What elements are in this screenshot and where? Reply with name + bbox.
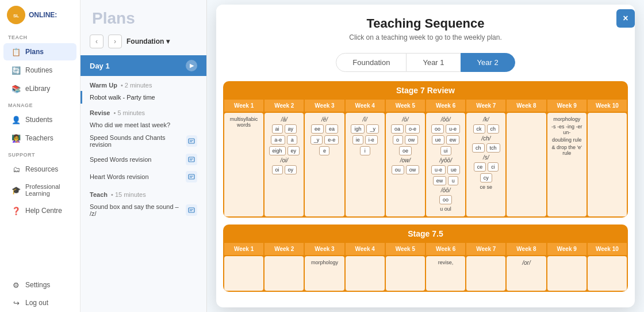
plan-item-heart-words[interactable]: Heart Words revision	[80, 168, 206, 185]
sound-ea: ea	[325, 124, 338, 134]
plans-title: Plans	[80, 0, 206, 35]
sidebar-item-help-centre[interactable]: ❓ Help Centre	[3, 202, 76, 219]
s75-week-4-header[interactable]: Week 4	[346, 243, 385, 255]
week-3-header[interactable]: Week 3	[305, 100, 344, 112]
sound-oi: oi	[272, 165, 283, 174]
phoneme-k: /k/	[483, 116, 489, 123]
tab-year2[interactable]: Year 2	[461, 53, 515, 72]
sound-ue2: ue	[447, 165, 460, 174]
play-button[interactable]: ▶	[186, 60, 197, 71]
s75-week8[interactable]: /or/	[507, 256, 546, 291]
speed-sounds-badge	[186, 135, 197, 147]
plan-item-sound-box[interactable]: Sound box and say the sound – /z/	[80, 200, 206, 220]
s75-week-6-header[interactable]: Week 6	[426, 243, 465, 255]
grade-dropdown[interactable]: Foundation ▾	[126, 37, 170, 45]
sound-row-oo-ue: oo u-e ue ew	[428, 124, 463, 144]
s75-week1[interactable]	[224, 256, 263, 291]
stage7-week7-cell[interactable]: /k/ ck ch /ch/ ch tch /s/ ce	[466, 113, 505, 216]
s75-week3[interactable]: morphology	[305, 256, 344, 291]
stage7-week8-cell[interactable]	[507, 113, 546, 216]
sound-row-o-ow: o ow	[393, 135, 419, 144]
week-7-header[interactable]: Week 7	[466, 100, 505, 112]
s75-week-8-header[interactable]: Week 8	[507, 243, 546, 255]
s75-week10[interactable]	[588, 256, 627, 291]
teachers-icon: 👩‍🏫	[12, 134, 21, 143]
s75-week-9-header[interactable]: Week 9	[547, 243, 586, 255]
close-button[interactable]: ×	[616, 9, 635, 28]
logout-icon: ↪	[12, 298, 21, 307]
sidebar-item-students[interactable]: 👤 Students	[3, 111, 76, 128]
stage-75-header: Stage 7.5	[223, 225, 628, 243]
sidebar-item-resources-label: Resources	[25, 165, 58, 173]
s75-week-3-header[interactable]: Week 3	[305, 243, 344, 255]
week-2-header[interactable]: Week 2	[264, 100, 304, 112]
week-6-header[interactable]: Week 6	[426, 100, 465, 112]
stage7-week4-cell[interactable]: /ī/ igh _y ie i-e i	[346, 113, 385, 216]
stage7-week3-cell[interactable]: /ē/ ee ea _y e-e e	[305, 113, 344, 216]
plan-item-speed-words[interactable]: Speed Words revision	[80, 151, 206, 168]
sidebar-item-professional-learning[interactable]: 🎓 Professional Learning	[3, 179, 76, 201]
stage7-week9-cell[interactable]: morphology -s -es -ing -er un- doubling …	[547, 113, 586, 216]
week-4-header[interactable]: Week 4	[346, 100, 385, 112]
week-8-header[interactable]: Week 8	[507, 100, 546, 112]
s75-week-2-header[interactable]: Week 2	[264, 243, 304, 255]
plan-item-who-did-we-meet[interactable]: Who did we meet last week?	[80, 119, 206, 131]
heart-words-badge	[186, 171, 197, 182]
stage7-week5-cell[interactable]: /ō/ oa o-e o ow oe /ow/ ou	[386, 113, 425, 216]
next-arrow[interactable]: ›	[108, 35, 122, 48]
s75-week9[interactable]	[547, 256, 586, 291]
revise-section: Revise • 5 minutes	[80, 104, 206, 119]
sidebar-item-teachers[interactable]: 👩‍🏫 Teachers	[3, 130, 76, 147]
s75-week-5-header[interactable]: Week 5	[386, 243, 425, 255]
s75-week5[interactable]	[386, 256, 425, 291]
stage7-week6-cell[interactable]: /ōō/ oo u-e ue ew ui /yōō/ u-e ue ew	[426, 113, 465, 216]
modal-overlay: Teaching Sequence Click on a teaching we…	[207, 0, 644, 312]
s75-week7[interactable]	[466, 256, 505, 291]
sound-a: a	[287, 135, 297, 144]
sidebar-item-settings[interactable]: ⚙ Settings	[3, 276, 76, 294]
s75-week2[interactable]	[264, 256, 304, 291]
speed-words-badge	[186, 154, 197, 165]
sidebar-item-plans[interactable]: 📋 Plans	[3, 43, 76, 60]
professional-learning-icon: 🎓	[12, 185, 21, 195]
s75-week-7-header[interactable]: Week 7	[466, 243, 505, 255]
tab-foundation[interactable]: Foundation	[336, 53, 407, 72]
sidebar: SL ONLINE: TEACH 📋 Plans 🔄 Routines 📚 eL…	[0, 0, 80, 312]
s75-week4[interactable]	[346, 256, 385, 291]
sidebar-item-elibrary[interactable]: 📚 eLibrary	[3, 80, 76, 97]
phoneme-yoo: /yōō/	[439, 157, 452, 163]
sound-y2: _y	[366, 124, 379, 134]
plan-item-robot-walk[interactable]: Robot walk - Party time	[80, 91, 206, 104]
warmup-section: Warm Up • 2 minutes	[80, 76, 206, 91]
students-icon: 👤	[12, 115, 21, 124]
sound-ow2: ow	[406, 165, 420, 174]
s75-week6[interactable]: revise,	[426, 256, 465, 291]
plan-item-speed-sounds[interactable]: Speed Sounds and Chants revision	[80, 131, 206, 151]
phoneme-s: /s/	[483, 154, 489, 161]
phoneme-ch: /ch/	[481, 135, 490, 142]
week-9-header[interactable]: Week 9	[547, 100, 586, 112]
sound-row-ie-ie: ie i-e	[352, 135, 378, 144]
sound-i-e: i-e	[365, 135, 378, 144]
stage-75-content: morphology revise, /or/	[223, 256, 628, 292]
s75-week-10-header[interactable]: Week 10	[588, 243, 627, 255]
ce-se-label: ce se	[480, 184, 493, 190]
week-10-header[interactable]: Week 10	[588, 100, 627, 112]
sound-ew: ew	[446, 135, 460, 144]
week-1-header[interactable]: Week 1	[224, 100, 263, 112]
tab-year1[interactable]: Year 1	[407, 53, 460, 72]
sidebar-item-logout[interactable]: ↪ Log out	[3, 294, 76, 311]
stage7-week10-cell[interactable]	[588, 113, 627, 216]
stage7-week2-cell[interactable]: /ā/ ai ay a-e a eigh ey /o	[264, 113, 304, 216]
phoneme-oo: /ōō/	[441, 116, 451, 123]
week-5-header[interactable]: Week 5	[386, 100, 425, 112]
routines-icon: 🔄	[12, 66, 21, 75]
sidebar-item-routines[interactable]: 🔄 Routines	[3, 62, 76, 79]
suffixes-label: -s -es -ing -er un-	[550, 124, 584, 135]
s75-week-1-header[interactable]: Week 1	[224, 243, 263, 255]
stage7-week1-cell[interactable]: multisyllabic words	[224, 113, 263, 216]
plans-icon: 📋	[12, 47, 21, 56]
prev-arrow[interactable]: ‹	[90, 35, 103, 48]
sidebar-item-resources[interactable]: 🗂 Resources	[3, 161, 76, 178]
phoneme-ow: /ow/	[400, 157, 411, 163]
